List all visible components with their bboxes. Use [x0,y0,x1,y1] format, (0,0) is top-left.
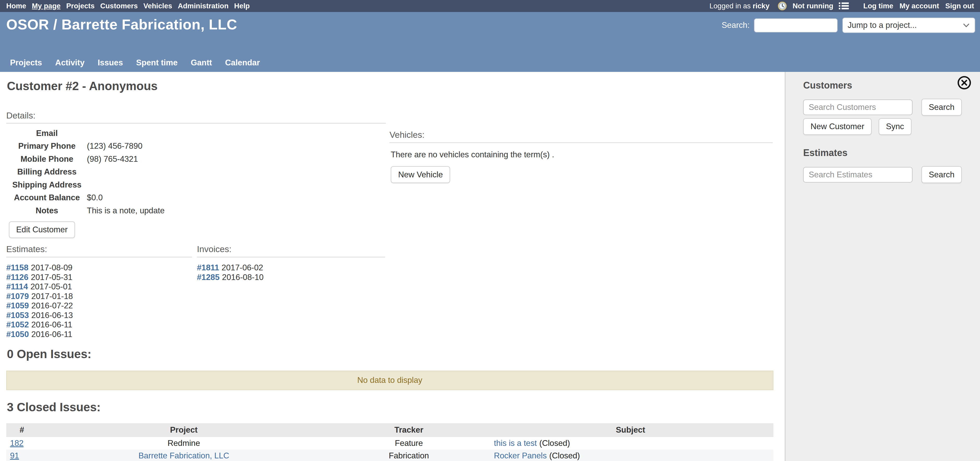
app-title: OSOR / Barrette Fabrication, LLC [6,16,237,33]
search-customers-button[interactable]: Search [921,99,962,116]
column-header-subject: Subject [488,423,773,437]
estimate-link[interactable]: #1158 [6,263,29,272]
search-customers-input[interactable] [803,100,913,115]
issue-subject-link[interactable]: this is a test [494,439,537,448]
issue-id-link[interactable]: 182 [10,439,24,448]
main-menu-tab[interactable]: Activity [55,58,85,67]
estimates-list: #11582017-08-09 #11262017-05-31 #1114201… [6,263,73,339]
top-menu-item[interactable]: Log time [863,2,893,10]
estimates-section-heading: Estimates: [6,244,192,258]
top-menu-item[interactable]: Help [234,2,250,10]
sidebar-customers-heading: Customers [803,80,852,91]
estimate-item: #11582017-08-09 [6,263,73,272]
estimate-link[interactable]: #1052 [6,320,29,329]
detail-label: Email [10,129,84,138]
invoices-section-heading: Invoices: [197,244,385,258]
timer-status: Not running [793,2,833,10]
username: ricky [752,2,769,10]
estimate-item: #11262017-05-31 [6,273,73,282]
main-menu-tab[interactable]: Issues [98,58,123,67]
estimate-link[interactable]: #1126 [6,273,29,282]
issue-id-link[interactable]: 91 [10,451,19,460]
top-menu-item[interactable]: My account [899,2,939,10]
customers-search-row: Search [803,99,962,116]
invoices-list: #18112017-06-02 #12852016-08-10 [197,263,264,282]
detail-label: Shipping Address [10,180,84,189]
issue-tracker: Feature [330,437,488,450]
new-vehicle-button[interactable]: New Vehicle [391,166,450,183]
main-menu-tab[interactable]: Gantt [191,58,212,67]
invoice-link[interactable]: #1811 [197,263,219,272]
time-entries-list-icon[interactable] [839,2,849,10]
estimate-item: #10592016-07-22 [6,301,73,310]
estimate-link[interactable]: #1079 [6,292,29,301]
page-title: Customer #2 - Anonymous [7,79,158,93]
details-section-heading: Details: [6,111,386,124]
main-menu-tab[interactable]: Calendar [225,58,260,67]
detail-value: (98) 765-4321 [87,154,138,164]
estimate-item: #11142017-05-01 [6,282,73,291]
header: OSOR / Barrette Fabrication, LLC Search:… [0,12,980,72]
issue-row: 91 Barrette Fabrication, LLC Fabrication… [6,450,773,461]
top-menu-item[interactable]: Customers [100,2,138,10]
estimate-date: 2017-01-18 [31,292,73,301]
issue-project: Barrette Fabrication, LLC [138,451,229,460]
invoice-link[interactable]: #1285 [197,273,220,282]
detail-label: Account Balance [10,193,84,202]
top-menu-item[interactable]: My page [32,2,60,10]
estimate-date: 2016-06-11 [31,320,72,329]
estimates-search-row: Search [803,166,962,183]
search-input[interactable] [754,18,838,33]
estimate-date: 2017-08-09 [31,263,73,272]
logged-in-status: Logged in as ricky [710,2,770,10]
open-issues-heading: 0 Open Issues: [7,347,91,361]
new-customer-button[interactable]: New Customer [803,118,872,135]
top-menu-item[interactable]: Vehicles [143,2,172,10]
sidebar-estimates-heading: Estimates [803,148,847,158]
column-header-id: # [6,423,38,437]
top-menu-bar: Home My page Projects Customers Vehicles… [0,0,980,12]
project-jump-value: Jump to a project... [848,21,917,30]
estimate-link[interactable]: #1053 [6,311,29,320]
estimate-date: 2016-07-22 [31,301,73,310]
detail-label: Mobile Phone [10,154,84,164]
main-menu-tab[interactable]: Spent time [136,58,177,67]
detail-row: Shipping Address [0,178,165,191]
detail-row: Email [0,127,165,140]
issue-subject-link[interactable]: Rocker Panels [494,451,547,460]
customers-buttons-row: New Customer Sync [803,118,912,135]
estimate-link[interactable]: #1059 [6,301,29,310]
no-data-banner: No data to display [6,370,773,390]
estimate-link[interactable]: #1050 [6,330,29,339]
detail-row: Account Balance $0.0 [0,191,165,204]
estimate-date: 2017-05-31 [31,273,73,282]
search-estimates-input[interactable] [803,167,913,183]
main-content: Customer #2 - Anonymous Details: Email P… [0,72,784,461]
project-jump-select[interactable]: Jump to a project... [842,17,975,33]
sidebar: Customers Search New Customer Sync Estim… [784,72,980,461]
top-menu-item[interactable]: Sign out [945,2,974,10]
detail-row: Notes This is a note, update [0,204,165,217]
edit-customer-button[interactable]: Edit Customer [9,221,75,238]
top-menu-item[interactable]: Projects [66,2,95,10]
account-menu: Log time My account Sign out [863,2,974,10]
invoice-item: #18112017-06-02 [197,263,264,272]
detail-row: Mobile Phone (98) 765-4321 [0,153,165,165]
detail-value: $0.0 [87,193,103,202]
search-estimates-button[interactable]: Search [921,166,962,183]
issue-tracker: Fabrication [330,450,488,461]
issue-project: Redmine [167,439,200,448]
estimate-item: #10502016-06-11 [6,330,73,339]
estimate-link[interactable]: #1114 [6,282,28,291]
top-menu-right: Logged in as ricky Not running [710,1,974,11]
vehicles-section-heading: Vehicles: [390,130,773,143]
detail-label: Notes [10,206,84,215]
vehicles-empty-message: There are no vehicles containing the ter… [391,150,554,159]
main-menu-tab[interactable]: Projects [10,58,42,67]
close-icon[interactable] [957,76,971,90]
sync-button[interactable]: Sync [879,118,912,135]
top-menu-item[interactable]: Home [6,2,26,10]
estimate-item: #10522016-06-11 [6,320,73,329]
top-menu: Home My page Projects Customers Vehicles… [6,2,250,10]
top-menu-item[interactable]: Administration [178,2,229,10]
